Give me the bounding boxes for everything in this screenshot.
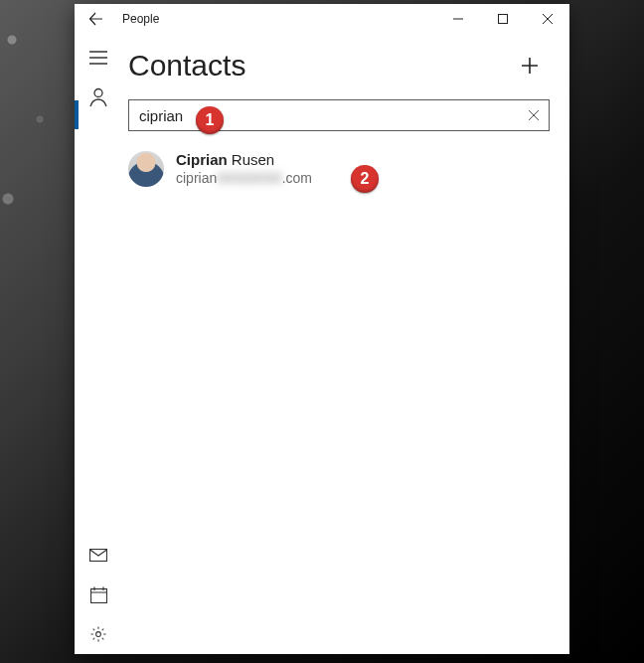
name-match: Ciprian: [176, 151, 228, 168]
contact-name: Ciprian Rusen: [176, 151, 312, 170]
window-title: People: [118, 12, 435, 26]
clear-icon: [529, 110, 539, 120]
email-suffix: .com: [282, 170, 312, 186]
svg-rect-0: [498, 15, 507, 24]
app-body: Contacts Ciprian Rusen: [75, 34, 569, 654]
mail-icon: [89, 549, 107, 562]
main-panel: Contacts Ciprian Rusen: [122, 34, 569, 654]
email-obscured: XXXXXXX: [217, 170, 281, 188]
gear-icon: [89, 625, 107, 643]
back-button[interactable]: [75, 4, 118, 34]
hamburger-icon: [89, 51, 107, 65]
hamburger-button[interactable]: [75, 38, 122, 78]
active-section-indicator: [75, 100, 79, 129]
avatar: [128, 151, 164, 187]
maximize-button[interactable]: [480, 4, 525, 34]
svg-point-4: [96, 632, 101, 637]
close-button[interactable]: [525, 4, 569, 34]
clear-search-button[interactable]: [519, 100, 549, 130]
add-contact-button[interactable]: [510, 46, 550, 85]
plus-icon: [520, 56, 540, 76]
mail-nav-button[interactable]: [75, 535, 122, 575]
page-title: Contacts: [128, 49, 510, 83]
minimize-icon: [453, 14, 463, 24]
contact-email: ciprianXXXXXXX.com: [176, 170, 312, 188]
maximize-icon: [498, 14, 508, 24]
contact-text: Ciprian Rusen ciprianXXXXXXX.com: [176, 151, 312, 187]
search-results: Ciprian Rusen ciprianXXXXXXX.com: [128, 131, 550, 191]
svg-rect-3: [90, 588, 106, 602]
people-app-window: People: [75, 4, 569, 654]
name-rest: Rusen: [228, 151, 275, 168]
header-row: Contacts: [128, 40, 550, 91]
minimize-button[interactable]: [435, 4, 480, 34]
contact-result[interactable]: Ciprian Rusen ciprianXXXXXXX.com: [128, 147, 550, 191]
contacts-nav-button[interactable]: [75, 78, 122, 117]
close-icon: [543, 14, 553, 24]
search-input[interactable]: [129, 107, 519, 124]
titlebar: People: [75, 4, 569, 34]
settings-nav-button[interactable]: [75, 614, 122, 654]
sidebar: [75, 34, 122, 654]
search-box[interactable]: [128, 99, 550, 131]
svg-point-1: [94, 89, 102, 97]
calendar-nav-button[interactable]: [75, 575, 122, 614]
back-arrow-icon: [88, 11, 104, 27]
email-prefix: ciprian: [176, 170, 217, 186]
person-icon: [89, 87, 107, 107]
calendar-icon: [90, 586, 107, 603]
